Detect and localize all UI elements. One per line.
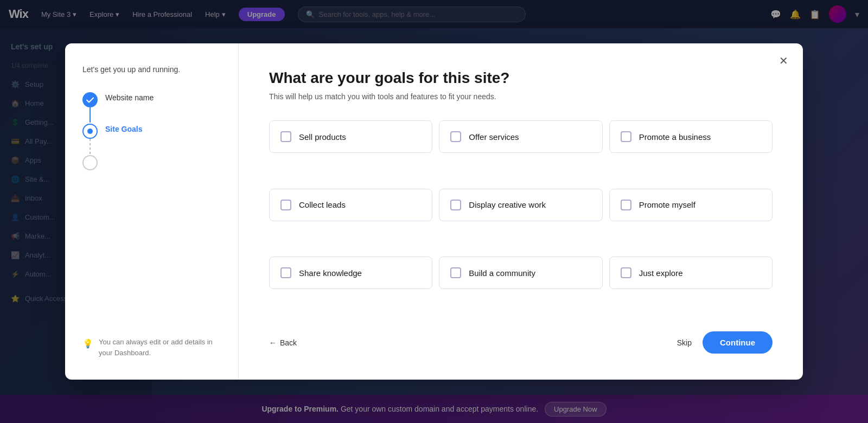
goal-share-knowledge[interactable]: Share knowledge	[269, 257, 432, 289]
step-website-name: Website name	[82, 91, 221, 107]
step1-label: Website name	[105, 91, 154, 102]
goal-share-knowledge-label: Share knowledge	[299, 268, 362, 278]
back-arrow-icon: ←	[269, 338, 277, 347]
modal-footer: ← Back Skip Continue	[269, 318, 773, 354]
close-button[interactable]: ✕	[775, 52, 792, 69]
modal-title: What are your goals for this site?	[269, 69, 773, 87]
continue-button[interactable]: Continue	[703, 331, 773, 354]
goal-just-explore[interactable]: Just explore	[609, 257, 773, 289]
step-pending	[82, 154, 221, 170]
goal-display-creative-label: Display creative work	[469, 200, 546, 209]
goal-build-community[interactable]: Build a community	[439, 257, 602, 289]
goal-promote-myself-label: Promote myself	[639, 200, 695, 209]
goal-offer-services[interactable]: Offer services	[439, 120, 602, 153]
modal-backdrop: ✕ Let's get you up and running. Website …	[0, 0, 868, 423]
modal-description: This will help us match you with tools a…	[269, 92, 773, 101]
back-button[interactable]: ← Back	[269, 338, 297, 347]
modal-left-panel: Let's get you up and running. Website na…	[65, 43, 239, 380]
step-site-goals: Site Goals	[82, 123, 221, 139]
tip-text: You can always edit or add details in yo…	[99, 337, 221, 358]
goal-share-knowledge-checkbox	[280, 267, 291, 278]
goals-grid: Sell products Offer services Promote a b…	[269, 120, 773, 318]
step2-label: Site Goals	[105, 123, 142, 133]
skip-button[interactable]: Skip	[677, 338, 692, 347]
step3-indicator	[82, 155, 98, 170]
connector-2	[90, 139, 91, 154]
connector-1	[90, 107, 91, 123]
modal-subtitle: Let's get you up and running.	[82, 65, 221, 74]
step2-indicator	[82, 124, 98, 139]
goal-display-creative-checkbox	[450, 200, 461, 210]
goal-build-community-checkbox	[450, 267, 461, 278]
goal-offer-services-checkbox	[450, 131, 461, 142]
step1-indicator	[82, 92, 98, 107]
goal-sell-products-checkbox	[280, 131, 291, 142]
goal-sell-products[interactable]: Sell products	[269, 120, 432, 153]
goal-sell-products-label: Sell products	[299, 132, 346, 142]
goal-build-community-label: Build a community	[469, 268, 535, 278]
footer-right: Skip Continue	[677, 331, 773, 354]
tip-icon: 💡	[82, 337, 93, 350]
goal-promote-business-label: Promote a business	[639, 132, 711, 142]
goal-collect-leads-checkbox	[280, 200, 291, 210]
modal: ✕ Let's get you up and running. Website …	[65, 43, 803, 380]
goal-promote-business[interactable]: Promote a business	[609, 120, 773, 153]
goal-promote-myself-checkbox	[621, 200, 631, 210]
goal-just-explore-checkbox	[621, 267, 631, 278]
goal-promote-myself[interactable]: Promote myself	[609, 189, 773, 221]
goal-display-creative[interactable]: Display creative work	[439, 189, 602, 221]
goal-offer-services-label: Offer services	[469, 132, 519, 142]
goal-promote-business-checkbox	[621, 131, 631, 142]
goal-just-explore-label: Just explore	[639, 268, 683, 278]
modal-right-panel: What are your goals for this site? This …	[239, 43, 803, 380]
goal-collect-leads[interactable]: Collect leads	[269, 189, 432, 221]
tip-section: 💡 You can always edit or add details in …	[82, 337, 221, 358]
goal-collect-leads-label: Collect leads	[299, 200, 346, 209]
steps-list: Website name Site Goals	[82, 91, 221, 170]
